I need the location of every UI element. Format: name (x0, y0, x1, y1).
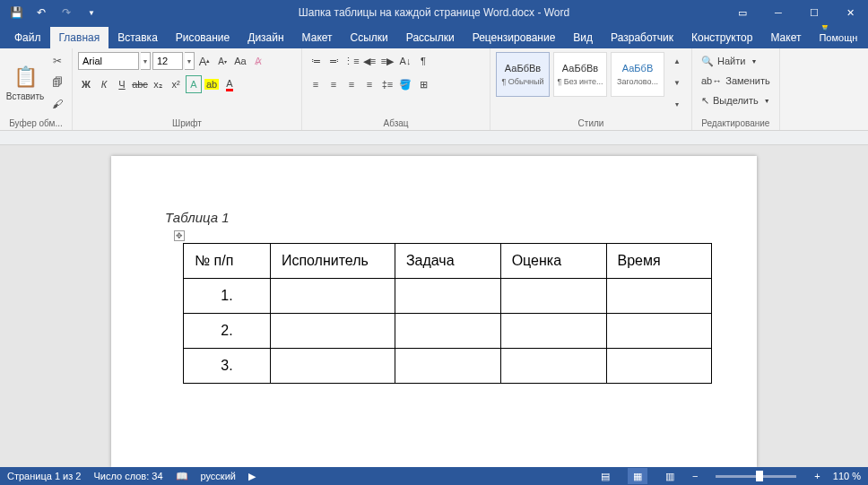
group-styles: АаБбВв ¶ Обычный АаБбВв ¶ Без инте... Аа… (490, 48, 692, 130)
print-layout-icon[interactable]: ▦ (628, 468, 647, 484)
increase-indent-icon[interactable]: ≡▶ (379, 52, 395, 70)
select-button[interactable]: ↖Выделить▼ (698, 91, 774, 109)
ribbon-options-icon[interactable]: ▭ (725, 0, 760, 25)
header-cell[interactable]: № п/п (184, 244, 271, 279)
tab-review[interactable]: Рецензирование (464, 27, 565, 48)
bullets-icon[interactable]: ≔ (308, 52, 324, 70)
word-count[interactable]: Число слов: 34 (93, 471, 162, 481)
strike-button[interactable]: abc (132, 75, 148, 93)
zoom-level[interactable]: 110 % (833, 471, 861, 481)
style-no-spacing[interactable]: АаБбВв ¶ Без инте... (553, 52, 607, 97)
web-layout-icon[interactable]: ▥ (660, 468, 680, 484)
styles-more-icon[interactable]: ▾ (668, 95, 686, 113)
bold-button[interactable]: Ж (78, 75, 94, 93)
font-color-icon[interactable]: A (221, 75, 238, 93)
spellcheck-icon[interactable]: 📖 (176, 471, 188, 482)
redo-icon[interactable]: ↷ (56, 2, 77, 23)
align-center-icon[interactable]: ≡ (326, 75, 342, 93)
line-spacing-icon[interactable]: ‡≡ (379, 75, 395, 93)
macro-icon[interactable]: ▶ (248, 471, 256, 482)
tab-draw[interactable]: Рисование (167, 27, 239, 48)
table-caption[interactable]: Таблица 1 (165, 210, 712, 225)
status-bar: Страница 1 из 2 Число слов: 34 📖 русский… (0, 467, 868, 485)
table-row[interactable]: 2. (184, 314, 712, 349)
replace-button[interactable]: ab↔Заменить (698, 72, 774, 90)
language-indicator[interactable]: русский (201, 471, 236, 481)
ribbon-tabs: Файл Главная Вставка Рисование Дизайн Ма… (0, 25, 868, 48)
tab-file[interactable]: Файл (5, 27, 50, 48)
table-row[interactable]: 3. (184, 349, 712, 384)
align-right-icon[interactable]: ≡ (343, 75, 360, 93)
paste-button[interactable]: 📋 Вставить (5, 52, 45, 111)
search-icon: 🔍 (701, 56, 714, 67)
sort-icon[interactable]: A↓ (397, 52, 413, 70)
tab-home[interactable]: Главная (50, 27, 109, 48)
document-table[interactable]: № п/п Исполнитель Задача Оценка Время 1.… (183, 243, 712, 384)
font-size-input[interactable]: 12 (152, 52, 183, 70)
highlight-icon[interactable]: ab (204, 75, 220, 93)
underline-button[interactable]: Ч (114, 75, 130, 93)
undo-icon[interactable]: ↶ (30, 2, 52, 23)
multilevel-icon[interactable]: ⋮≡ (343, 52, 360, 70)
text-effects-icon[interactable]: A (186, 75, 202, 93)
borders-icon[interactable]: ⊞ (415, 75, 431, 93)
title-bar: 💾 ↶ ↷ ▼ Шапка таблицы на каждой странице… (0, 0, 868, 25)
style-normal[interactable]: АаБбВв ¶ Обычный (496, 52, 550, 97)
minimize-icon[interactable]: ─ (760, 0, 796, 25)
zoom-out-icon[interactable]: − (692, 471, 698, 481)
window-title: Шапка таблицы на каждой странице Word.do… (299, 6, 569, 19)
shrink-font-icon[interactable]: A▾ (214, 52, 230, 70)
copy-icon[interactable]: 🗐 (48, 74, 66, 91)
change-case-icon[interactable]: Aa (232, 52, 248, 70)
page[interactable]: Таблица 1 ✥ № п/п Исполнитель Задача Оце… (111, 156, 757, 467)
tab-design[interactable]: Дизайн (239, 27, 292, 48)
zoom-in-icon[interactable]: + (814, 471, 820, 481)
header-cell[interactable]: Время (606, 244, 711, 279)
styles-up-icon[interactable]: ▲ (668, 52, 686, 70)
tab-developer[interactable]: Разработчик (602, 27, 682, 48)
find-button[interactable]: 🔍Найти▼ (698, 52, 774, 70)
document-canvas[interactable]: Таблица 1 ✥ № п/п Исполнитель Задача Оце… (0, 131, 868, 467)
tab-references[interactable]: Ссылки (342, 27, 397, 48)
show-marks-icon[interactable]: ¶ (415, 52, 431, 70)
maximize-icon[interactable]: ☐ (796, 0, 832, 25)
table-row[interactable]: 1. (184, 279, 712, 314)
save-icon[interactable]: 💾 (5, 2, 27, 23)
styles-down-icon[interactable]: ▼ (668, 74, 686, 91)
tab-layout[interactable]: Макет (293, 27, 342, 48)
grow-font-icon[interactable]: A▴ (196, 52, 213, 70)
zoom-slider[interactable] (716, 475, 796, 478)
cursor-icon: ↖ (701, 95, 709, 107)
read-mode-icon[interactable]: ▤ (595, 468, 615, 484)
table-header-row[interactable]: № п/п Исполнитель Задача Оценка Время (184, 244, 712, 279)
align-left-icon[interactable]: ≡ (308, 75, 324, 93)
table-move-handle[interactable]: ✥ (174, 230, 185, 241)
ruler[interactable] (0, 131, 868, 145)
font-size-dropdown[interactable]: ▼ (185, 52, 195, 70)
cut-icon[interactable]: ✂ (48, 52, 66, 70)
close-icon[interactable]: ✕ (832, 0, 868, 25)
format-painter-icon[interactable]: 🖌 (48, 95, 66, 113)
clipboard-icon: 📋 (11, 63, 39, 91)
numbering-icon[interactable]: ≕ (326, 52, 342, 70)
font-name-input[interactable]: Arial (78, 52, 139, 70)
tab-layout2[interactable]: Макет (761, 27, 810, 48)
tab-constructor[interactable]: Конструктор (682, 27, 761, 48)
shading-icon[interactable]: 🪣 (397, 75, 413, 93)
header-cell[interactable]: Оценка (500, 244, 606, 279)
subscript-button[interactable]: x₂ (150, 75, 166, 93)
tab-insert[interactable]: Вставка (108, 27, 167, 48)
qat-customize-icon[interactable]: ▼ (81, 2, 102, 23)
font-name-dropdown[interactable]: ▼ (141, 52, 151, 70)
superscript-button[interactable]: x² (168, 75, 184, 93)
justify-icon[interactable]: ≡ (361, 75, 378, 93)
page-indicator[interactable]: Страница 1 из 2 (7, 471, 81, 481)
italic-button[interactable]: К (96, 75, 112, 93)
tab-view[interactable]: Вид (564, 27, 602, 48)
style-heading[interactable]: АаБбВ Заголово... (611, 52, 664, 97)
header-cell[interactable]: Задача (395, 244, 500, 279)
tab-mailings[interactable]: Рассылки (397, 27, 464, 48)
header-cell[interactable]: Исполнитель (270, 244, 395, 279)
decrease-indent-icon[interactable]: ◀≡ (361, 52, 378, 70)
clear-format-icon[interactable]: A̷ (250, 52, 266, 70)
